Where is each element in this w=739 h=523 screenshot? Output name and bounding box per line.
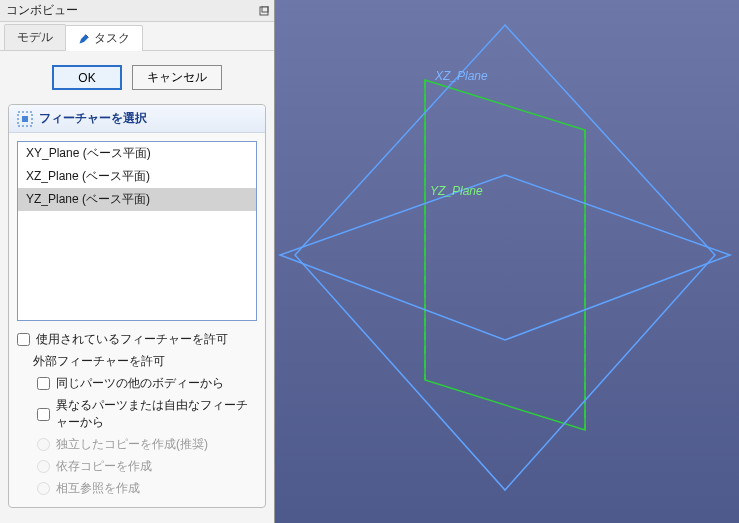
opt-copy-independent: 独立したコピーを作成(推奨)	[17, 436, 257, 453]
undock-icon[interactable]	[258, 5, 270, 17]
3d-scene: XZ_Plane YZ_Plane	[275, 0, 739, 523]
opt-allow-used[interactable]: 使用されているフィーチャーを許可	[17, 331, 257, 348]
checkbox-same-part[interactable]	[37, 377, 50, 390]
list-item[interactable]: YZ_Plane (ベース平面)	[18, 188, 256, 211]
select-feature-icon	[17, 111, 33, 127]
label-copy-dependent: 依存コピーを作成	[56, 458, 152, 475]
radio-cross-ref	[37, 482, 50, 495]
tab-model-label: モデル	[17, 29, 53, 46]
svg-marker-4	[425, 80, 585, 430]
tab-model[interactable]: モデル	[4, 24, 66, 50]
dialog-buttons: OK キャンセル	[0, 51, 274, 100]
label-allow-external: 外部フィーチャーを許可	[33, 353, 165, 370]
xz-plane-label: XZ_Plane	[434, 69, 488, 83]
svg-rect-0	[260, 7, 268, 15]
label-cross-ref: 相互参照を作成	[56, 480, 140, 497]
ok-button[interactable]: OK	[52, 65, 122, 90]
task-select-feature: フィーチャーを選択 XY_Plane (ベース平面) XZ_Plane (ベース…	[8, 104, 266, 508]
label-diff-part: 異なるパーツまたは自由なフィーチャーから	[56, 397, 257, 431]
list-item[interactable]: XZ_Plane (ベース平面)	[18, 165, 256, 188]
svg-marker-8	[280, 175, 730, 340]
feature-listbox[interactable]: XY_Plane (ベース平面) XZ_Plane (ベース平面) YZ_Pla…	[17, 141, 257, 321]
radio-copy-independent	[37, 438, 50, 451]
opt-allow-external: 外部フィーチャーを許可	[17, 353, 257, 370]
tabs-bar: モデル タスク	[0, 22, 274, 51]
radio-copy-dependent	[37, 460, 50, 473]
task-header-label: フィーチャーを選択	[39, 110, 147, 127]
task-header[interactable]: フィーチャーを選択	[9, 105, 265, 133]
opt-same-part[interactable]: 同じパーツの他のボディーから	[17, 375, 257, 392]
yz-plane-geometry	[425, 80, 585, 430]
panel-title-text: コンボビュー	[6, 2, 78, 19]
opt-diff-part[interactable]: 異なるパーツまたは自由なフィーチャーから	[17, 397, 257, 431]
3d-viewport[interactable]: XZ_Plane YZ_Plane	[275, 0, 739, 523]
opt-copy-dependent: 依存コピーを作成	[17, 458, 257, 475]
label-allow-used: 使用されているフィーチャーを許可	[36, 331, 228, 348]
checkbox-allow-used[interactable]	[17, 333, 30, 346]
tab-task[interactable]: タスク	[65, 25, 143, 51]
options-group: 使用されているフィーチャーを許可 外部フィーチャーを許可 同じパーツの他のボディ…	[9, 329, 265, 507]
list-item[interactable]: XY_Plane (ベース平面)	[18, 142, 256, 165]
yz-plane-label: YZ_Plane	[430, 184, 483, 198]
xz-plane-geometry	[295, 25, 715, 490]
label-copy-independent: 独立したコピーを作成(推奨)	[56, 436, 208, 453]
label-same-part: 同じパーツの他のボディーから	[56, 375, 224, 392]
opt-cross-ref: 相互参照を作成	[17, 480, 257, 497]
svg-marker-7	[295, 25, 715, 490]
panel-titlebar: コンボビュー	[0, 0, 274, 22]
combo-view-panel: コンボビュー モデル タスク OK キャンセル フィーチャーを選択 XY_Pla…	[0, 0, 275, 523]
xy-plane-geometry	[280, 175, 730, 340]
svg-rect-3	[22, 116, 28, 122]
tab-task-label: タスク	[94, 30, 130, 47]
pencil-icon	[78, 33, 90, 45]
cancel-button[interactable]: キャンセル	[132, 65, 222, 90]
checkbox-diff-part[interactable]	[37, 408, 50, 421]
